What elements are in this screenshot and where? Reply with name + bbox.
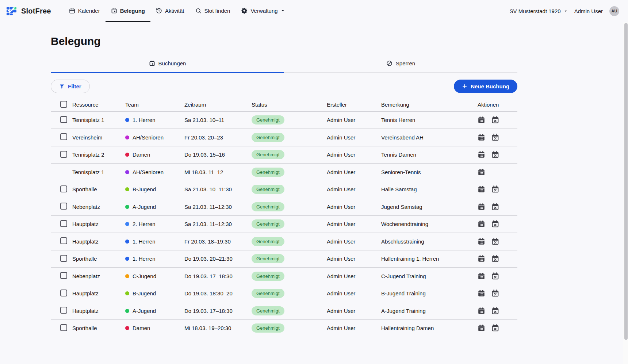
table-row: Hauptplatz B-Jugend Do 19.03. 18:30–20 G…	[51, 285, 517, 302]
cancel-booking-button[interactable]	[491, 307, 499, 315]
nav-item-kalender[interactable]: Kalender	[64, 0, 106, 22]
calendar-action-button[interactable]	[478, 307, 485, 315]
resource-cell: Tennisplatz 1	[72, 117, 125, 123]
actions-cell	[476, 185, 517, 193]
calendar-action-button[interactable]	[478, 151, 485, 158]
calendar-x-action-icon	[491, 185, 499, 193]
team-label: C-Jugend	[133, 273, 156, 279]
table-body: Tennisplatz 1 1. Herren Sa 21.03. 10–11 …	[51, 111, 517, 337]
org-selector[interactable]: SV Musterstadt 1920	[510, 8, 568, 14]
new-booking-button[interactable]: Neue Buchung	[454, 80, 517, 93]
cancel-booking-button[interactable]	[491, 324, 499, 332]
calendar-action-button[interactable]	[478, 272, 485, 280]
cancel-booking-button[interactable]	[491, 255, 499, 263]
calendar-action-button[interactable]	[478, 255, 485, 263]
team-label: B-Jugend	[133, 186, 156, 192]
zeitraum-cell: Do 19.03. 18:30–20	[184, 290, 252, 296]
actions-cell	[476, 116, 517, 124]
filter-button[interactable]: Filter	[51, 80, 90, 93]
cancel-booking-button[interactable]	[491, 220, 499, 228]
table-row: Tennisplatz 1 AH/Senioren Mi 18.03. 11–1…	[51, 163, 517, 181]
row-checkbox[interactable]	[60, 220, 67, 227]
actions-cell	[476, 272, 517, 280]
calendar-booked-icon	[111, 8, 117, 14]
zeitraum-cell: Fr 20.03. 20–23	[184, 134, 252, 141]
resource-cell: Sporthalle	[72, 256, 125, 262]
calendar-action-button[interactable]	[478, 134, 485, 141]
nav-item-verwaltung[interactable]: Verwaltung	[236, 0, 290, 22]
status-badge: Genehmigt	[252, 150, 284, 159]
cancel-booking-button[interactable]	[491, 290, 499, 297]
row-checkbox[interactable]	[60, 237, 67, 244]
status-badge: Genehmigt	[252, 254, 284, 263]
resource-cell: Nebenplatz	[72, 273, 125, 279]
funnel-icon	[59, 84, 65, 89]
gear-icon	[241, 7, 248, 14]
cancel-booking-button[interactable]	[491, 116, 499, 124]
calendar-x-action-icon	[491, 307, 499, 315]
bemerkung-cell: Tennis Damen	[381, 152, 476, 158]
tab-sperren[interactable]: Sperren	[284, 55, 517, 73]
calendar-action-button[interactable]	[478, 290, 485, 297]
resource-cell: Sporthalle	[72, 325, 125, 331]
scrollbar-thumb[interactable]	[624, 23, 628, 340]
select-all-checkbox[interactable]	[60, 101, 67, 108]
bemerkung-cell: C-Jugend Training	[381, 273, 476, 279]
calendar-action-icon	[478, 307, 485, 315]
calendar-action-button[interactable]	[478, 238, 485, 245]
zeitraum-cell: Mi 18.03. 11–12	[184, 169, 252, 175]
column-header-ersteller: Ersteller	[327, 101, 381, 108]
calendar-action-button[interactable]	[478, 116, 485, 124]
column-header-team: Team	[125, 101, 184, 108]
plus-icon	[462, 84, 467, 89]
team-color-dot	[125, 326, 129, 330]
cancel-booking-button[interactable]	[491, 238, 499, 245]
team-color-dot	[125, 170, 129, 174]
team-color-dot	[125, 153, 129, 157]
row-checkbox[interactable]	[60, 272, 67, 279]
cancel-booking-button[interactable]	[491, 203, 499, 211]
scrollbar-track[interactable]	[623, 22, 628, 364]
team-label: 1. Herren	[133, 117, 156, 123]
table-row: Vereinsheim AH/Senioren Fr 20.03. 20–23 …	[51, 129, 517, 146]
nav-item-slot-finden[interactable]: Slot finden	[190, 0, 236, 22]
nav-item-belegung[interactable]: Belegung	[106, 0, 150, 22]
team-cell: 2. Herren	[125, 221, 184, 227]
calendar-x-action-icon	[491, 134, 499, 141]
zeitraum-cell: Fr 20.03. 18–19:30	[184, 238, 252, 245]
row-checkbox[interactable]	[60, 185, 67, 192]
ersteller-cell: Admin User	[327, 169, 381, 175]
calendar-action-button[interactable]	[478, 185, 485, 193]
actions-cell	[476, 168, 517, 176]
calendar-action-icon	[478, 255, 485, 263]
calendar-action-icon	[478, 324, 485, 332]
calendar-action-button[interactable]	[478, 324, 485, 332]
team-label: A-Jugend	[133, 204, 156, 210]
status-badge: Genehmigt	[252, 185, 284, 194]
resource-cell: Hauptplatz	[72, 221, 125, 227]
row-checkbox[interactable]	[60, 203, 67, 210]
row-checkbox[interactable]	[60, 290, 67, 296]
cancel-booking-button[interactable]	[491, 151, 499, 158]
team-color-dot	[125, 309, 129, 313]
row-checkbox[interactable]	[60, 116, 67, 123]
calendar-action-button[interactable]	[478, 203, 485, 211]
row-checkbox[interactable]	[60, 324, 67, 331]
avatar[interactable]: AU	[609, 6, 619, 16]
column-header-ressource: Ressource	[72, 101, 125, 108]
calendar-action-icon	[478, 151, 485, 158]
row-checkbox[interactable]	[60, 255, 67, 262]
row-checkbox[interactable]	[60, 151, 67, 158]
nav-item-aktivitaet[interactable]: Aktivität	[150, 0, 190, 22]
calendar-action-button[interactable]	[478, 220, 485, 228]
cancel-booking-button[interactable]	[491, 272, 499, 280]
cancel-booking-button[interactable]	[491, 185, 499, 193]
calendar-action-button[interactable]	[478, 168, 485, 176]
row-checkbox[interactable]	[60, 307, 67, 314]
team-label: 1. Herren	[133, 238, 156, 245]
cancel-booking-button[interactable]	[491, 134, 499, 141]
tab-buchungen[interactable]: Buchungen	[51, 55, 284, 73]
row-checkbox[interactable]	[60, 133, 67, 140]
resource-cell: Hauptplatz	[72, 308, 125, 314]
ersteller-cell: Admin User	[327, 290, 381, 296]
